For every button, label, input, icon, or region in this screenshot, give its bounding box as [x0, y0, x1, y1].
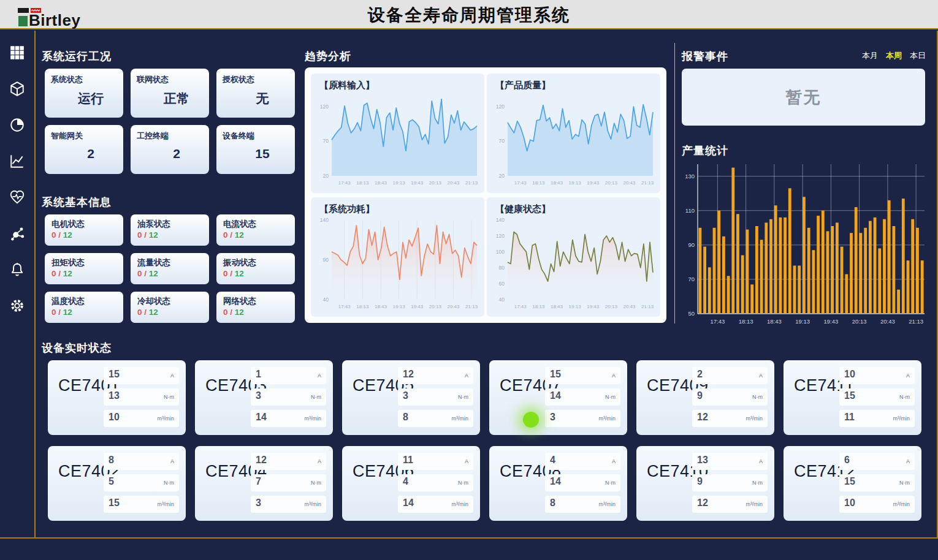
device-metric-row: 14N·m [545, 388, 620, 406]
count-current: 0 [223, 269, 228, 278]
metric-value: 13 [697, 455, 708, 466]
status-card: 系统状态运行 [45, 69, 123, 118]
metric-value: 3 [403, 390, 408, 401]
device-metric-row: 6A [839, 453, 915, 470]
sidebar [0, 31, 36, 537]
count-total: 12 [235, 230, 244, 240]
alarm-tab-1[interactable]: 本周 [886, 50, 902, 61]
alarm-empty-text: 暂无 [786, 86, 822, 108]
section-title-alarm: 报警事件 [682, 49, 728, 64]
device-metric-row: 3m³/min [545, 410, 620, 427]
device-metric-row: 11m³/min [839, 410, 915, 427]
count-separator: / [142, 269, 149, 278]
metric-unit: m³/min [452, 415, 469, 422]
svg-text:17:43: 17:43 [514, 180, 527, 186]
topology-icon[interactable] [9, 225, 26, 242]
device-card[interactable]: CE740611A4N·m14m³/min [342, 446, 480, 521]
page-title: 设备全寿命周期管理系统 [0, 4, 938, 27]
device-card[interactable]: CE74028A5N·m15m³/min [48, 446, 186, 521]
metric-unit: N·m [752, 480, 763, 486]
count-current: 0 [223, 308, 228, 317]
info-card: 温度状态0 / 12 [45, 292, 123, 323]
info-card-count: 0 / 12 [137, 308, 202, 317]
section-title-system-run: 系统运行工况 [42, 49, 112, 64]
info-card-label: 温度状态 [51, 296, 116, 307]
count-total: 12 [235, 308, 244, 317]
alarm-events-box: 暂无 [682, 69, 925, 126]
svg-text:17:43: 17:43 [514, 304, 527, 309]
settings-gear-icon[interactable] [9, 297, 26, 314]
device-card[interactable]: CE740115A13N·m10m³/min [48, 360, 186, 435]
device-metric-row: 10m³/min [104, 410, 179, 427]
device-metric-row: 10m³/min [839, 496, 915, 513]
top-bar: Birtley 设备全寿命周期管理系统 [0, 0, 938, 29]
svg-text:20:13: 20:13 [605, 304, 618, 309]
metric-unit: A [612, 458, 616, 464]
svg-text:21:13: 21:13 [465, 180, 478, 186]
device-metric-row: 8m³/min [398, 410, 473, 427]
device-card[interactable]: CE74126A15N·m10m³/min [784, 446, 921, 521]
health-pulse-icon[interactable] [9, 189, 26, 206]
info-card-count: 0 / 12 [223, 308, 288, 317]
trend-chart-card: 【产品质量】207012017:4318:1318:4319:1319:4320… [487, 74, 660, 193]
device-metric-row: 15m³/min [104, 496, 179, 513]
info-card-count: 0 / 12 [137, 230, 202, 240]
svg-text:19:13: 19:13 [393, 304, 406, 309]
apps-grid-icon[interactable] [9, 44, 26, 61]
line-chart-icon[interactable] [9, 153, 26, 170]
count-total: 12 [149, 308, 158, 317]
device-metrics: 4A14N·m8m³/min [545, 453, 620, 513]
svg-text:18:43: 18:43 [551, 304, 563, 309]
svg-text:20: 20 [499, 173, 505, 179]
count-total: 12 [63, 230, 72, 240]
pie-chart-icon[interactable] [9, 116, 26, 134]
svg-text:90: 90 [688, 241, 695, 248]
metric-unit: N·m [164, 394, 174, 400]
device-card[interactable]: CE74031A3N·m14m³/min [195, 360, 333, 435]
device-card[interactable]: CE740412A7N·m3m³/min [195, 446, 333, 521]
metric-value: 5 [109, 476, 114, 487]
svg-text:20:43: 20:43 [447, 180, 460, 186]
device-metric-row: 3N·m [251, 388, 326, 406]
device-metrics: 8A5N·m15m³/min [104, 453, 179, 513]
cube-icon[interactable] [9, 80, 26, 97]
svg-text:20: 20 [323, 173, 329, 179]
svg-text:21:13: 21:13 [465, 304, 478, 309]
metric-unit: m³/min [158, 501, 175, 507]
metric-unit: m³/min [746, 501, 763, 507]
metric-unit: A [906, 458, 910, 464]
metric-value: 13 [109, 390, 120, 401]
trend-chart-title: 【健康状态】 [489, 201, 659, 215]
device-card[interactable]: CE74092A9N·m12m³/min [636, 360, 774, 435]
svg-text:18:13: 18:13 [739, 318, 753, 325]
metric-unit: A [465, 458, 468, 464]
svg-text:120: 120 [496, 104, 505, 110]
device-metrics: 10A15N·m11m³/min [839, 367, 915, 427]
svg-text:18:13: 18:13 [356, 304, 369, 309]
alarm-tab-0[interactable]: 本月 [862, 50, 878, 61]
device-card[interactable]: CE741110A15N·m11m³/min [784, 360, 921, 435]
metric-unit: m³/min [158, 415, 175, 422]
svg-text:19:43: 19:43 [587, 304, 600, 309]
metric-unit: N·m [605, 480, 616, 486]
count-current: 0 [51, 269, 56, 278]
alarm-bell-icon[interactable] [9, 261, 26, 278]
trend-chart-title: 【产品质量】 [489, 77, 659, 91]
alarm-tab-2[interactable]: 本日 [910, 50, 926, 61]
metric-value: 14 [550, 476, 561, 487]
info-card-label: 电机状态 [51, 219, 116, 230]
device-card[interactable]: CE741013A9N·m12m³/min [636, 446, 774, 521]
metric-unit: A [612, 373, 616, 379]
device-metrics: 15A13N·m10m³/min [104, 367, 179, 427]
device-metrics: 6A15N·m10m³/min [839, 453, 915, 513]
device-card[interactable]: CE740715A14N·m3m³/min [489, 360, 627, 435]
trend-chart-card: 【系统功耗】409014017:4318:1318:4319:1319:4320… [311, 197, 484, 317]
section-title-devices: 设备实时状态 [42, 341, 112, 355]
device-metric-row: 15N·m [839, 474, 915, 491]
bottom-gold-divider [0, 537, 938, 539]
device-card[interactable]: CE740512A3N·m8m³/min [342, 360, 480, 435]
device-card[interactable]: CE74084A14N·m8m³/min [489, 446, 627, 521]
device-metrics: 15A14N·m3m³/min [545, 367, 620, 427]
trend-chart-card: 【原料输入】207012017:4318:1318:4319:1319:4320… [311, 74, 484, 193]
info-card: 冷却状态0 / 12 [131, 292, 209, 323]
